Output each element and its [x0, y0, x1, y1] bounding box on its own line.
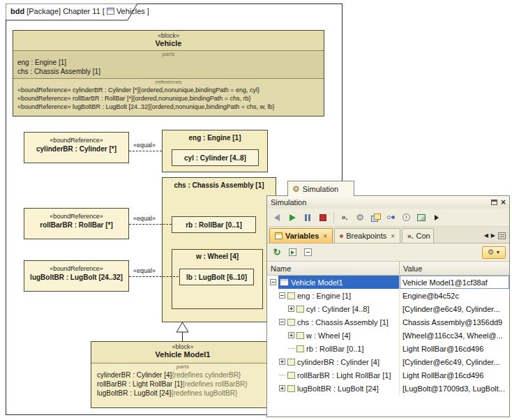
row-value[interactable]: [Cylinder@e6c49, Cylinder...: [400, 355, 509, 368]
run-icon[interactable]: [286, 211, 299, 224]
equal-label: «equal»: [133, 215, 156, 222]
stereotype-label: «block»: [91, 343, 274, 350]
stereotype-label: «boundReference»: [24, 265, 128, 272]
close-tab-icon[interactable]: ×: [323, 232, 327, 240]
breakpoints-toolbar-icon[interactable]: [384, 211, 397, 224]
expand-toggle-icon[interactable]: [279, 292, 285, 299]
row-value[interactable]: Light RollBar@16cd496: [400, 342, 509, 355]
simulation-window-tab[interactable]: ⚙ Simulation: [287, 181, 354, 196]
tree-leaf-connector: [279, 375, 285, 375]
row-name: rb : RollBar [0..1]: [306, 345, 364, 353]
eng-part-box[interactable]: eng : Engine [1] cyl : Cylinder [4..8]: [162, 130, 268, 172]
table-row[interactable]: Vehicle Model1 Vehicle Model1@1cf38af: [267, 276, 509, 289]
tab-breakpoints[interactable]: Breakpoints ×: [334, 228, 400, 243]
vehicle-model1-block[interactable]: «block» Vehicle Model1 parts cylinderBR …: [91, 341, 275, 408]
export-image-icon[interactable]: [415, 211, 428, 224]
pause-icon[interactable]: [301, 211, 314, 224]
bound-reference-name: rollBarBR : RollBar [*]: [24, 221, 128, 229]
expand-toggle-icon[interactable]: [288, 332, 294, 338]
vehicle-block-header: «block» Vehicle: [13, 31, 324, 50]
float-window-icon[interactable]: [491, 200, 497, 205]
expand-toggle-icon[interactable]: [288, 306, 294, 312]
vehicle-references-compartment: references «boundReference» cylinderBR :…: [13, 78, 324, 116]
row-value[interactable]: [LugBolt@17009d3, LugBolt...: [400, 382, 509, 395]
vehicle-block[interactable]: «block» Vehicle parts eng : Engine [1] c…: [13, 30, 324, 117]
table-row[interactable]: cyl : Cylinder [4..8] [Cylinder@e6c49, C…: [267, 302, 509, 315]
tab-variables[interactable]: Variables ×: [269, 228, 333, 243]
part-property: eng : Engine [1]: [13, 58, 324, 67]
row-value[interactable]: Light RollBar@16cd496: [400, 368, 509, 382]
close-tab-icon[interactable]: ×: [391, 232, 395, 240]
panel-title-bar: Simulation ×: [267, 196, 509, 209]
clock-icon[interactable]: [400, 211, 412, 224]
lb-part-box[interactable]: lb : LugBolt [6..10]: [179, 269, 254, 285]
part-title: eng : Engine [1]: [163, 130, 267, 142]
terminate-icon[interactable]: [317, 211, 329, 224]
row-value[interactable]: Engine@b4c52c: [400, 289, 509, 302]
table-row[interactable]: rb : RollBar [0..1] Light RollBar@16cd49…: [267, 342, 509, 355]
scroll-tabs-right-icon[interactable]: ▶: [491, 232, 495, 239]
expand-toggle-icon[interactable]: [279, 319, 285, 325]
cascade-windows-icon[interactable]: [369, 211, 382, 224]
vehicle-model1-parts-compartment: parts cylinderBR : Cylinder [4]{redefine…: [91, 363, 274, 407]
tab-label: Variables: [285, 232, 319, 240]
column-header-value[interactable]: Value: [400, 264, 509, 273]
diagram-icon: [107, 8, 114, 15]
generalization-arrow[interactable]: [176, 322, 189, 333]
rb-part-box[interactable]: rb : RollBar [0..1]: [172, 216, 256, 233]
tab-label: Con: [416, 232, 430, 240]
bound-reference-rollbarbr[interactable]: «boundReference» rollBarBR : RollBar [*]: [24, 208, 129, 239]
variables-icon: [275, 232, 283, 239]
expand-toggle-icon[interactable]: [270, 279, 276, 285]
row-name: w : Wheel [4]: [306, 331, 351, 340]
step-back-icon[interactable]: [271, 211, 283, 224]
expand-toggle-icon[interactable]: [279, 385, 285, 391]
expand-toggle-icon[interactable]: [279, 359, 285, 365]
options-button[interactable]: ⚙ ▼: [482, 246, 506, 259]
toolbar-overflow-icon[interactable]: [430, 211, 443, 224]
toolbar-separator: [333, 212, 334, 223]
table-row[interactable]: chs : Chassis Assembly [1] Chassis Assem…: [267, 315, 509, 329]
row-value[interactable]: [Cylinder@e6c49, Cylinder...: [400, 302, 509, 315]
bound-reference-lugboltbr[interactable]: «boundReference» lugBoltBR : LugBolt [24…: [24, 260, 129, 292]
tab-console[interactable]: ». Con: [402, 228, 434, 243]
part-icon: [287, 385, 295, 392]
export-icon[interactable]: [286, 246, 299, 259]
diagram-bracket: ]: [147, 7, 149, 15]
part-title: w : Wheel [4]: [172, 250, 262, 260]
equal-connector[interactable]: [129, 224, 172, 225]
simulation-gear-icon: ⚙: [292, 185, 300, 193]
equal-label: «equal»: [133, 142, 156, 149]
refresh-icon[interactable]: ↻: [271, 246, 283, 259]
equal-connector[interactable]: [129, 151, 162, 151]
simulation-toolbar: ». ⚙: [267, 209, 509, 227]
collapse-all-icon[interactable]: [301, 246, 314, 259]
table-row[interactable]: w : Wheel [4] [Wheel@116cc34, Wheel@...: [267, 329, 509, 342]
animation-speed-icon[interactable]: ».: [338, 211, 351, 224]
object-icon: [280, 278, 289, 286]
chs-part-box[interactable]: chs : Chassis Assembly [1] rb : RollBar …: [162, 177, 276, 322]
row-value[interactable]: Chassis Assembly@1356dd9: [400, 315, 509, 329]
table-row[interactable]: cylinderBR : Cylinder [4] [Cylinder@e6c4…: [267, 355, 509, 368]
scroll-tabs-left-icon[interactable]: ◀: [484, 232, 488, 239]
equal-connector[interactable]: [129, 276, 179, 277]
cyl-part-box[interactable]: cyl : Cylinder [4..8]: [172, 149, 259, 166]
close-icon[interactable]: ×: [501, 198, 506, 207]
table-row[interactable]: rollBarBR : Light RollBar [1] Light Roll…: [267, 368, 509, 382]
table-row[interactable]: lugBoltBR : LugBolt [24] [LugBolt@17009d…: [267, 382, 509, 395]
vehicle-parts-compartment: parts eng : Engine [1] chs : Chassis Ass…: [13, 50, 324, 78]
vehicle-model1-header: «block» Vehicle Model1: [91, 342, 274, 363]
part-icon: [287, 359, 295, 366]
generalization-line[interactable]: [182, 332, 183, 341]
w-part-box[interactable]: w : Wheel [4] lb : LugBolt [6..10]: [172, 249, 263, 309]
row-value[interactable]: [Wheel@116cc34, Wheel@...: [400, 329, 509, 342]
simulation-options-icon[interactable]: ⚙: [354, 211, 366, 224]
column-header-name[interactable]: Name: [267, 262, 400, 275]
table-row[interactable]: eng : Engine [1] Engine@b4c52c: [267, 289, 509, 302]
bound-reference-cylinderbr[interactable]: «boundReference» cylinderBR : Cylinder […: [24, 132, 129, 163]
row-value[interactable]: Vehicle Model1@1cf38af: [400, 276, 509, 289]
row-name: lugBoltBR : LugBolt [24]: [297, 384, 379, 393]
tab-list-icon[interactable]: [498, 232, 506, 239]
reference-property: «boundReference» rollBarBR : RollBar [*]…: [13, 94, 324, 103]
panel-title: Simulation: [271, 198, 306, 207]
